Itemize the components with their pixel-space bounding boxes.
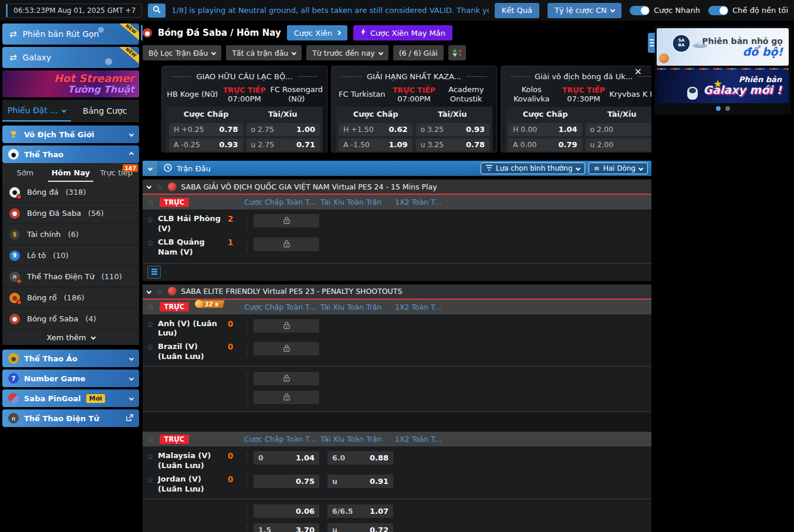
league-count-button[interactable]: (6 / 6) Giải — [393, 45, 444, 60]
odds-cell-handicap-home[interactable]: 0.06 — [254, 504, 319, 518]
odds-type-dropdown[interactable]: Tỷ lệ cược CN — [548, 3, 621, 18]
all-matches-dropdown[interactable]: Tất cả trận đấu — [226, 45, 302, 60]
show-more-button[interactable]: Xem thêm — [2, 330, 139, 345]
carousel-dot[interactable] — [725, 106, 730, 111]
sidebar-item-basketball[interactable]: ● Bóng rổ(186) — [2, 287, 139, 309]
more-markets-button[interactable] — [147, 266, 161, 279]
odds-cell-away-handicap[interactable]: A -0.250.93 — [169, 138, 243, 151]
odds-cell-under[interactable]: u 2.750.71 — [246, 138, 320, 151]
star-icon: ★ — [713, 77, 722, 90]
favorite-star-icon[interactable]: ☆ — [147, 303, 155, 311]
odds-cell-away-handicap[interactable]: A 0.000.79 — [508, 138, 582, 151]
hot-streamer-banner[interactable]: Hot Streamer Tường Thuật — [2, 70, 139, 97]
close-icon[interactable]: × — [634, 67, 642, 76]
sidebar-item-esports-portal[interactable]: ∩ Thể Thao Điện Tử — [2, 409, 139, 427]
league-bar[interactable]: ☆ SABA ELITE FRIENDLY Virtual PES 23 - P… — [143, 284, 651, 300]
favorite-star-icon[interactable]: ☆ — [147, 435, 155, 443]
odds-cell-under[interactable]: u 2.00 — [586, 138, 652, 151]
locked-odds-cell[interactable] — [254, 319, 319, 333]
compact-version-banner[interactable]: SABA Phiên bản nhỏ gọ đổ bộ! — [657, 28, 789, 66]
tab-bet-slip[interactable]: Phiếu Đặt ... — [2, 100, 71, 121]
favorite-star-icon[interactable]: ☆ — [156, 182, 163, 191]
parlay-button[interactable]: Cược Xiên — [287, 25, 347, 40]
odds-cell-over[interactable]: 6.00.88 — [327, 451, 393, 465]
locked-odds-cell[interactable] — [254, 391, 319, 404]
favorite-star-icon[interactable]: ☆ — [156, 287, 163, 296]
odds-cell-handicap-away[interactable]: 1.53.70 — [254, 523, 319, 532]
column-handicap-link[interactable]: Cược Chấp Toàn T... — [244, 435, 316, 443]
dark-mode-toggle[interactable]: Chế độ nền tối — [708, 6, 788, 15]
locked-odds-cell[interactable] — [254, 214, 319, 228]
collapse-board-button[interactable] — [143, 161, 158, 176]
sort-button[interactable] — [448, 45, 466, 60]
league-bar[interactable]: ☆ SABA GIẢI VÔ ĐỊCH QUỐC GIA VIỆT NAM Vi… — [143, 179, 651, 195]
odds-cell-home-handicap[interactable]: H +1.500.62 — [339, 123, 413, 136]
chevron-down-icon — [211, 50, 216, 55]
column-over-under-link[interactable]: Tài Xỉu Toàn Trận — [320, 303, 381, 311]
ufo-icon — [693, 43, 707, 48]
odds-cell-over[interactable]: o 2.751.00 — [246, 123, 320, 136]
sidebar-item-finance[interactable]: $ Tài chính(6) — [2, 224, 139, 245]
galaxy-version-button[interactable]: ⇄ Galaxy NEW — [2, 47, 139, 68]
sidebar-item-number-game[interactable]: 7 Number Game — [2, 370, 139, 387]
tab-live[interactable]: Trực tiếp 147 — [93, 163, 139, 182]
compact-version-button[interactable]: ⇄ Phiên bản Rút Gọn NEW — [2, 23, 139, 45]
tab-today[interactable]: Hôm Nay — [48, 163, 94, 182]
odds-cell-under[interactable]: u 3.250.78 — [416, 138, 490, 151]
column-1x2-link[interactable]: 1X2 Toàn T... — [395, 198, 441, 206]
sidebar-item-saba-basketball[interactable]: ● Bóng rổ Saba(4) — [2, 309, 139, 330]
column-1x2-link[interactable]: 1X2 Toàn T... — [395, 303, 441, 311]
column-handicap-link[interactable]: Cược Chấp Toàn T... — [244, 198, 316, 206]
chevron-down-icon — [378, 50, 383, 55]
favorite-star-icon[interactable]: ☆ — [147, 198, 155, 206]
quick-bet-toggle[interactable]: Cược Nhanh — [630, 6, 700, 15]
locked-odds-cell[interactable] — [254, 342, 319, 355]
column-over-under-link[interactable]: Tài Xỉu Toàn Trận — [320, 198, 381, 206]
sidebar-item-saba-soccer[interactable]: ● Bóng Đá Saba(56) — [2, 203, 139, 224]
odds-cell-under[interactable]: u0.72 — [327, 523, 393, 532]
locked-odds-cell[interactable] — [254, 238, 319, 251]
sidebar-item-pingoal[interactable]: Saba PinGoal Mới — [2, 389, 139, 407]
favorite-star-icon[interactable]: ☆ — [143, 451, 158, 460]
odds-cell-handicap-away[interactable]: 0.75 — [254, 475, 319, 488]
favorite-star-icon[interactable]: ☆ — [143, 214, 158, 223]
home-team-row: ☆ Anh (V) (Luân Lưu) 0 — [143, 317, 651, 341]
favorite-star-icon[interactable]: ☆ — [143, 475, 158, 484]
panel-collapse-handle[interactable] — [648, 33, 655, 53]
odds-cell-home-handicap[interactable]: H +0.250.78 — [169, 123, 243, 136]
sidebar-item-lotto[interactable]: 9 Lô tô(10) — [2, 245, 139, 266]
odds-cell-handicap-home[interactable]: 01.04 — [254, 451, 319, 465]
teams-row: Kolos Kovalivka TRỰC TIẾP 07:30PM Kryvba… — [505, 85, 651, 104]
favorite-star-icon[interactable]: ☆ — [143, 238, 158, 247]
sidebar-item-soccer[interactable]: ● Bóng đá(318) — [2, 182, 139, 203]
odds-cell-away-handicap[interactable]: A -1.501.09 — [339, 138, 413, 151]
results-button[interactable]: Kết Quả — [495, 3, 539, 18]
galaxy-version-banner[interactable]: ★ Phiên bản Galaxy mới ! — [657, 68, 789, 103]
odds-cell-over[interactable]: o 2.00 — [586, 123, 652, 136]
tab-early[interactable]: Sớm — [2, 163, 48, 182]
sidebar-item-sports[interactable]: ● Thể Thao — [2, 145, 139, 163]
home-score: 0 — [225, 451, 239, 460]
odds-cell-home-handicap[interactable]: H 0.001.04 — [508, 123, 582, 136]
time-range-dropdown[interactable]: Từ trước đến nay — [306, 45, 388, 60]
lock-icon — [283, 343, 290, 354]
sidebar-item-esports[interactable]: ∩ Thể Thao Điện Tử(110) — [2, 266, 139, 287]
carousel-dot-active[interactable] — [716, 106, 721, 111]
sidebar-item-virtual-sports[interactable]: ● Thể Thao Ảo — [2, 350, 139, 367]
line-mode-dropdown[interactable]: ≡ Hai Dòng — [589, 162, 648, 174]
favorite-star-icon[interactable]: ☆ — [143, 319, 158, 328]
search-button[interactable] — [148, 4, 165, 18]
column-1x2-link[interactable]: 1X2 Toàn T... — [395, 435, 441, 443]
sidebar-item-world-cup[interactable]: Vô Địch Thế Giới — [2, 126, 139, 143]
column-over-under-link[interactable]: Tài Xỉu Toàn Trận — [320, 435, 381, 443]
odds-cell-over[interactable]: o 3.250.93 — [416, 123, 490, 136]
odds-cell-over[interactable]: 6/6.51.07 — [327, 504, 393, 518]
match-filter-dropdown[interactable]: Bộ Lọc Trận Đấu — [143, 45, 221, 60]
lucky-parlay-button[interactable]: Cược Xiên May Mắn — [353, 25, 452, 40]
odds-cell-under[interactable]: u0.91 — [327, 475, 393, 488]
column-handicap-link[interactable]: Cược Chấp Toàn T... — [244, 303, 316, 311]
tab-bet-board[interactable]: Bảng Cược — [71, 100, 140, 121]
favorite-star-icon[interactable]: ☆ — [143, 342, 158, 351]
view-mode-dropdown[interactable]: Lựa chọn bình thường — [481, 162, 585, 174]
locked-odds-cell[interactable] — [254, 372, 319, 385]
